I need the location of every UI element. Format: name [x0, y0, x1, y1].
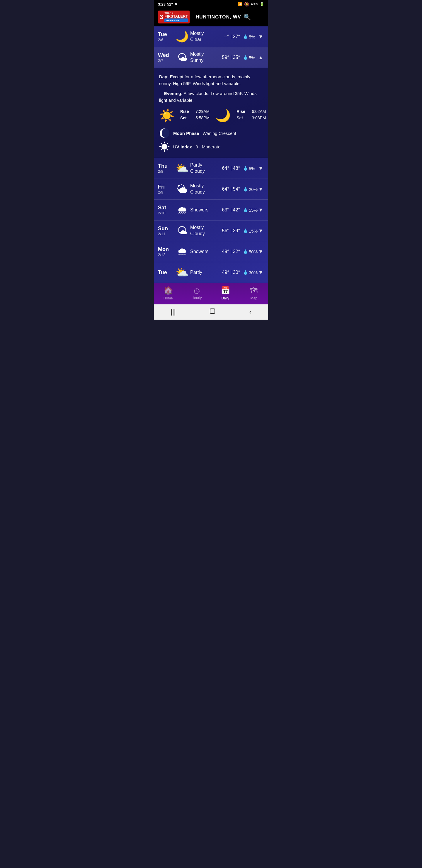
chevron-down-icon: ▼ [258, 207, 264, 213]
moon-times: Rise 6:02AM Set 3:08PM [236, 108, 266, 121]
home-label: Home [164, 296, 173, 300]
forecast-row-tue-partial[interactable]: Tue ⛅ Partly 49° | 30° 💧 30% ▼ [154, 262, 268, 283]
forecast-row-fri-2-9[interactable]: Fri 2/9 🌥 MostlyCloudy 64° | 54° 💧 20% ▼ [154, 179, 268, 200]
weather-icon-showers-2: 🌧 [174, 245, 190, 258]
drop-icon: 💧 [243, 34, 248, 39]
weather-icon-showers: 🌧 [174, 204, 190, 216]
drop-icon: 💧 [243, 270, 248, 275]
precip: 💧 55% [243, 208, 258, 213]
moon-phase-label: Moon Phase [173, 131, 199, 136]
alarm-icon: 🔕 [244, 2, 249, 6]
drop-icon: 💧 [243, 208, 248, 212]
temps: 56° | 39° [222, 228, 240, 234]
logo-alert: FIRSTALERT [164, 14, 188, 18]
evening-label: Evening: [164, 91, 183, 96]
logo-weather: WEATHER [164, 19, 188, 22]
day-date: 2/9 [158, 190, 174, 194]
day-info-fri: Fri 2/9 [158, 184, 174, 194]
drop-icon: 💧 [243, 55, 248, 60]
chevron-up-icon: ▲ [258, 55, 264, 61]
day-info-thu: Thu 2/8 [158, 163, 174, 174]
nav-map[interactable]: 🗺 Map [245, 286, 263, 300]
precip-value: 20% [249, 187, 258, 192]
sun-rise-time: 7:29AM [195, 109, 209, 114]
weather-icon-mostly-sunny: 🌤 [174, 51, 190, 64]
condition-text: MostlyCloudy [190, 183, 222, 195]
precip: 💧 30% [243, 270, 258, 275]
moon-rise-time: 6:02AM [252, 109, 266, 114]
temps: 63° | 42° [222, 207, 240, 213]
day-date: 2/12 [158, 252, 174, 257]
x-icon: ✕ [174, 2, 177, 6]
weather-icon-mostly-cloudy: 🌤 [174, 225, 190, 237]
moon-set-row: Set 3:08PM [236, 115, 266, 121]
moon-phase-row: Moon Phase Waning Crescent [159, 128, 263, 138]
condition-text: Partly [190, 270, 222, 276]
day-info-mon: Mon 2/12 [158, 246, 174, 257]
temps: 64° | 54° [222, 186, 240, 192]
precip-value: 50% [249, 249, 258, 254]
weather-icon-mostly-cloudy: 🌥 [174, 183, 190, 195]
drop-icon: 💧 [243, 249, 248, 254]
svg-line-7 [161, 144, 162, 144]
battery-icon: 🔋 [260, 2, 264, 6]
wifi-icon: 📶 [238, 2, 242, 6]
temps: 59° | 35° [222, 55, 240, 60]
forecast-row-sun-2-11[interactable]: Sun 2/11 🌤 MostlyCloudy 56° | 39° 💧 15% … [154, 220, 268, 241]
temps: 64° | 48° [222, 166, 240, 171]
weather-icon-mostly-clear: 🌙 [174, 31, 190, 43]
precip: 💧 20% [243, 187, 258, 192]
back-button[interactable]: ‹ [249, 308, 251, 316]
day-info-wed: Wed 2/7 [158, 52, 174, 63]
status-right: 📶 🔕 49% 🔋 [238, 2, 264, 6]
chevron-down-icon: ▼ [258, 165, 264, 172]
temps: 49° | 32° [222, 249, 240, 254]
daily-label: Daily [221, 296, 229, 300]
forecast-row-thu-2-8[interactable]: Thu 2/8 ⛅ PartlyCloudy 64° | 48° 💧 5% ▼ [154, 158, 268, 179]
map-label: Map [251, 296, 257, 300]
location-text: HUNTINGTON, WV [196, 14, 241, 20]
day-info-sun: Sun 2/11 [158, 225, 174, 236]
app-logo: 3 WBAZ FIRSTALERT WEATHER [158, 10, 190, 24]
day-name: Sat [158, 205, 174, 211]
status-bar: 3:23 52° ✕ 📶 🔕 49% 🔋 [154, 0, 268, 8]
precip-value: 30% [249, 270, 258, 275]
search-icon[interactable]: 🔍 [244, 13, 251, 21]
svg-point-1 [162, 128, 169, 138]
hourly-label: Hourly [192, 296, 202, 300]
rise-row: Rise 7:29AM [180, 108, 209, 115]
chevron-down-icon: ▼ [258, 228, 264, 234]
forecast-row-mon-2-12[interactable]: Mon 2/12 🌧 Showers 49° | 32° 💧 50% ▼ [154, 241, 268, 262]
map-icon: 🗺 [250, 286, 258, 295]
svg-point-2 [161, 144, 167, 150]
sun-set-time: 5:58PM [195, 116, 209, 120]
status-left: 3:23 52° ✕ [158, 2, 177, 6]
day-date: 2/11 [158, 232, 174, 236]
moon-phase-icon [159, 128, 170, 138]
menu-icon[interactable] [257, 15, 264, 19]
temperature-status: 52° [167, 2, 173, 6]
forecast-row-wed-2-7[interactable]: Wed 2/7 🌤 MostlySunny 59° | 35° 💧 5% ▲ [154, 47, 268, 68]
forecast-row-tue-2-6[interactable]: Tue 2/6 🌙 MostlyClear --° | 27° 💧 5% ▼ [154, 26, 268, 47]
day-name: Fri [158, 184, 174, 190]
precip: 💧 5% [243, 166, 258, 171]
nav-home[interactable]: 🏠 Home [159, 286, 177, 300]
recent-apps-button[interactable]: ||| [170, 308, 175, 316]
forecast-container: Tue 2/6 🌙 MostlyClear --° | 27° 💧 5% ▼ W… [154, 26, 268, 283]
sun-icon: ☀️ [159, 108, 174, 123]
day-info-tue: Tue 2/6 [158, 31, 174, 42]
day-name: Tue [158, 270, 174, 276]
chevron-down-icon: ▼ [258, 186, 264, 192]
forecast-row-sat-2-10[interactable]: Sat 2/10 🌧 Showers 63° | 42° 💧 55% ▼ [154, 200, 268, 220]
drop-icon: 💧 [243, 187, 248, 191]
system-nav: ||| ‹ [154, 304, 268, 320]
moon-icon: 🌙 [216, 108, 231, 123]
nav-daily[interactable]: 📅 Daily [217, 286, 234, 300]
home-button[interactable] [209, 308, 216, 316]
moon-rise-row: Rise 6:02AM [236, 108, 266, 115]
nav-hourly[interactable]: ◷ Hourly [188, 286, 205, 300]
logo-number: 3 [160, 14, 163, 20]
precip-value: 5% [249, 166, 255, 171]
drop-icon: 💧 [243, 166, 248, 170]
day-info-sat: Sat 2/10 [158, 205, 174, 215]
